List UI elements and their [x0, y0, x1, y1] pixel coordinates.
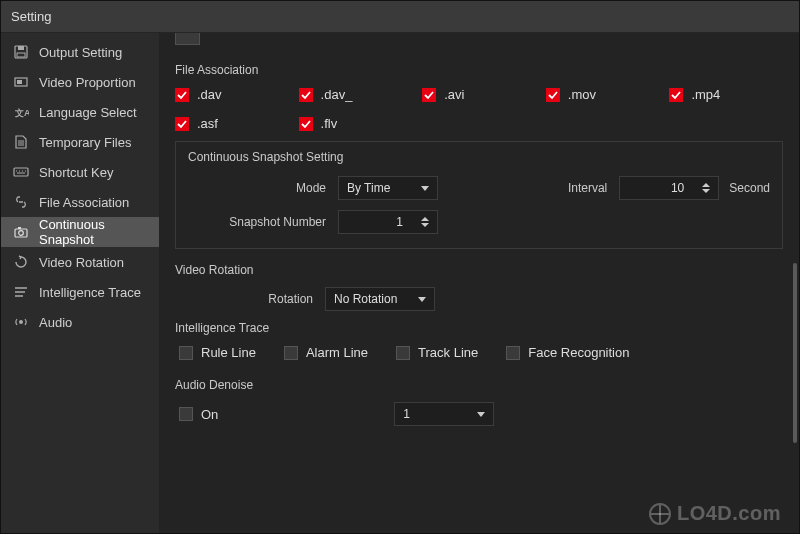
- trace-label: Face Recognition: [528, 345, 629, 360]
- globe-icon: [649, 503, 671, 525]
- main-content: File Association .dav .dav_ .avi: [159, 33, 799, 533]
- checkbox-icon: [546, 88, 560, 102]
- file-assoc-label: .flv: [321, 116, 338, 131]
- sidebar-item-video-proportion[interactable]: Video Proportion: [1, 67, 159, 97]
- file-assoc-label: .asf: [197, 116, 218, 131]
- intelligence-trace-section: Intelligence Trace Rule Line Alarm Line: [175, 321, 783, 360]
- denoise-on-checkbox[interactable]: On: [179, 407, 218, 422]
- keyboard-icon: [13, 164, 29, 180]
- sidebar-item-label: File Association: [39, 195, 129, 210]
- denoise-level-value: 1: [403, 407, 410, 421]
- file-icon: [13, 134, 29, 150]
- svg-point-10: [19, 320, 23, 324]
- checkbox-icon: [299, 117, 313, 131]
- trace-checkbox-face-recognition[interactable]: Face Recognition: [506, 345, 629, 360]
- sidebar-item-label: Language Select: [39, 105, 137, 120]
- rotation-icon: [13, 254, 29, 270]
- checkbox-icon: [179, 407, 193, 421]
- svg-text:文A: 文A: [14, 108, 29, 118]
- checkbox-icon: [179, 346, 193, 360]
- svg-rect-2: [17, 53, 25, 57]
- interval-value: 10: [628, 181, 690, 195]
- sidebar-item-temporary-files[interactable]: Temporary Files: [1, 127, 159, 157]
- file-assoc-checkbox-dav[interactable]: .dav: [175, 87, 289, 102]
- sidebar: Output Setting Video Proportion 文A Langu…: [1, 33, 159, 533]
- sidebar-item-shortcut-key[interactable]: Shortcut Key: [1, 157, 159, 187]
- checkbox-icon: [284, 346, 298, 360]
- trace-checkbox-alarm-line[interactable]: Alarm Line: [284, 345, 368, 360]
- sidebar-item-label: Video Rotation: [39, 255, 124, 270]
- watermark-text: LO4D.com: [677, 502, 781, 525]
- link-icon: [13, 194, 29, 210]
- sidebar-item-language-select[interactable]: 文A Language Select: [1, 97, 159, 127]
- continuous-snapshot-title: Continuous Snapshot Setting: [188, 150, 770, 164]
- file-assoc-label: .avi: [444, 87, 464, 102]
- audio-icon: [13, 314, 29, 330]
- file-assoc-checkbox-mov[interactable]: .mov: [546, 87, 660, 102]
- chevron-down-icon: [477, 412, 485, 417]
- checkbox-icon: [175, 117, 189, 131]
- checkbox-icon: [422, 88, 436, 102]
- file-assoc-label: .dav_: [321, 87, 353, 102]
- svg-point-8: [19, 231, 24, 236]
- spinner-icon: [421, 217, 429, 227]
- snapshot-number-input[interactable]: 1: [338, 210, 438, 234]
- sidebar-item-continuous-snapshot[interactable]: Continuous Snapshot: [1, 217, 159, 247]
- scrollbar[interactable]: [793, 263, 797, 443]
- svg-rect-4: [17, 80, 22, 84]
- trace-checkbox-track-line[interactable]: Track Line: [396, 345, 478, 360]
- sidebar-item-output-setting[interactable]: Output Setting: [1, 37, 159, 67]
- denoise-on-label: On: [201, 407, 218, 422]
- file-assoc-label: .mov: [568, 87, 596, 102]
- sidebar-item-label: Intelligence Trace: [39, 285, 141, 300]
- sidebar-item-label: Output Setting: [39, 45, 122, 60]
- audio-denoise-section: Audio Denoise On 1: [175, 378, 783, 426]
- save-icon: [13, 44, 29, 60]
- intelligence-trace-title: Intelligence Trace: [175, 321, 783, 335]
- sidebar-item-label: Temporary Files: [39, 135, 131, 150]
- sidebar-item-video-rotation[interactable]: Video Rotation: [1, 247, 159, 277]
- rotation-select[interactable]: No Rotation: [325, 287, 435, 311]
- snapshot-number-label: Snapshot Number: [188, 215, 338, 229]
- language-icon: 文A: [13, 104, 29, 120]
- video-rotation-title: Video Rotation: [175, 263, 783, 277]
- chevron-down-icon: [418, 297, 426, 302]
- trace-checkbox-rule-line[interactable]: Rule Line: [179, 345, 256, 360]
- truncated-button[interactable]: [175, 33, 200, 45]
- file-assoc-checkbox-mp4[interactable]: .mp4: [669, 87, 783, 102]
- settings-window: Setting Output Setting Video Proportion: [0, 0, 800, 534]
- sidebar-item-audio[interactable]: Audio: [1, 307, 159, 337]
- trace-label: Track Line: [418, 345, 478, 360]
- file-assoc-checkbox-dav_[interactable]: .dav_: [299, 87, 413, 102]
- sidebar-item-label: Shortcut Key: [39, 165, 113, 180]
- interval-input[interactable]: 10: [619, 176, 719, 200]
- sidebar-item-file-association[interactable]: File Association: [1, 187, 159, 217]
- svg-rect-1: [18, 46, 24, 50]
- video-rotation-section: Video Rotation Rotation No Rotation: [175, 263, 783, 311]
- proportion-icon: [13, 74, 29, 90]
- mode-select[interactable]: By Time: [338, 176, 438, 200]
- close-button[interactable]: [765, 5, 789, 29]
- checkbox-icon: [175, 88, 189, 102]
- trace-label: Rule Line: [201, 345, 256, 360]
- rotation-label: Rotation: [175, 292, 325, 306]
- snapshot-number-value: 1: [347, 215, 409, 229]
- file-assoc-checkbox-avi[interactable]: .avi: [422, 87, 536, 102]
- sidebar-item-label: Continuous Snapshot: [39, 217, 147, 247]
- trace-label: Alarm Line: [306, 345, 368, 360]
- svg-rect-9: [18, 227, 21, 229]
- file-assoc-checkbox-flv[interactable]: .flv: [299, 116, 413, 131]
- file-assoc-checkbox-asf[interactable]: .asf: [175, 116, 289, 131]
- interval-label: Interval: [549, 181, 619, 195]
- file-assoc-label: .mp4: [691, 87, 720, 102]
- continuous-snapshot-section: Continuous Snapshot Setting Mode By Time…: [175, 141, 783, 249]
- sidebar-item-intelligence-trace[interactable]: Intelligence Trace: [1, 277, 159, 307]
- svg-rect-6: [14, 168, 28, 176]
- denoise-level-select[interactable]: 1: [394, 402, 494, 426]
- file-association-title: File Association: [175, 63, 783, 77]
- checkbox-icon: [396, 346, 410, 360]
- titlebar: Setting: [1, 1, 799, 33]
- window-title: Setting: [11, 9, 51, 24]
- mode-value: By Time: [347, 181, 390, 195]
- interval-unit: Second: [729, 181, 770, 195]
